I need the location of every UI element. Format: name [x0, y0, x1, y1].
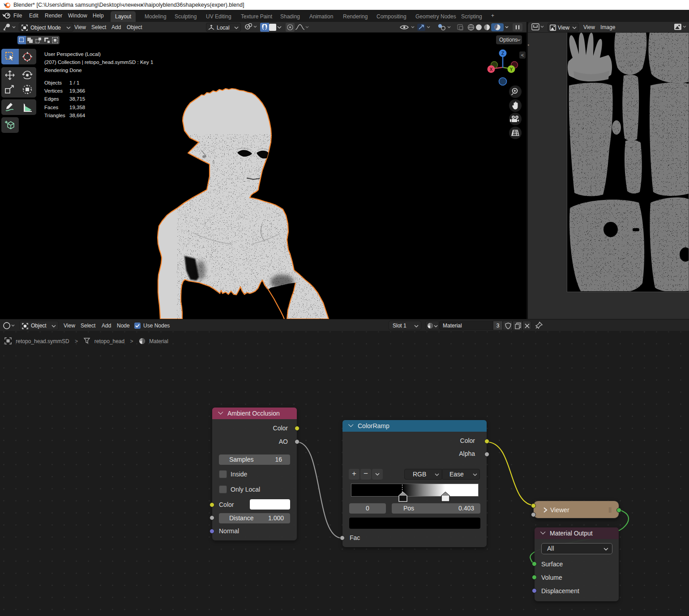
- svg-text:Y: Y: [510, 67, 513, 72]
- svg-text:Z: Z: [501, 51, 504, 56]
- svg-text:X: X: [490, 67, 493, 72]
